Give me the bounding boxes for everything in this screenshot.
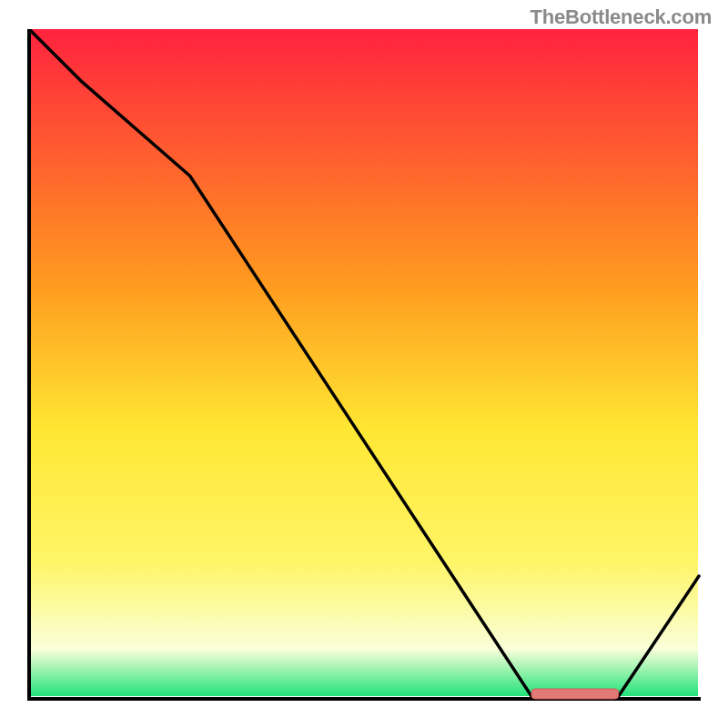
optimum-marker [531, 689, 619, 699]
plot-background-gradient [30, 29, 698, 696]
attribution-label: TheBottleneck.com [530, 5, 712, 29]
plot-area [27, 29, 701, 703]
chart-container: TheBottleneck.com [0, 0, 728, 728]
chart-svg [27, 29, 701, 703]
